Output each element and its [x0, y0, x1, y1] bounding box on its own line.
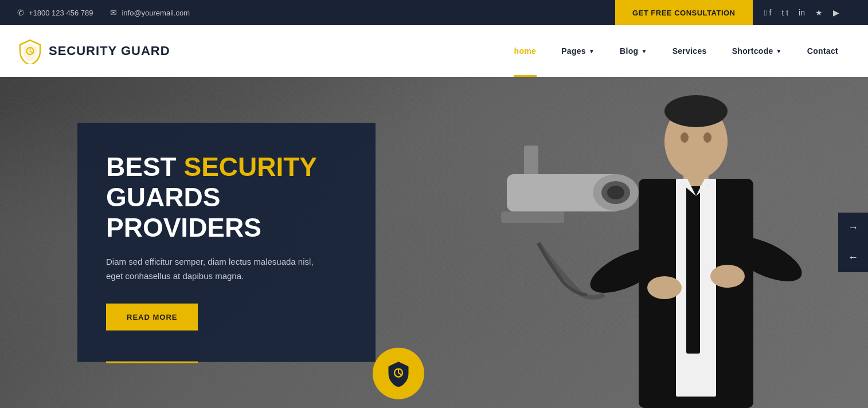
- email-icon: ✉: [110, 8, 117, 17]
- hero-title-highlight: SECURITY: [183, 152, 317, 182]
- email-contact: ✉ info@youremail.com: [110, 8, 190, 17]
- nav-item-shortcode[interactable]: Shortcode ▼: [720, 25, 795, 77]
- svg-point-16: [664, 95, 728, 127]
- consultation-button[interactable]: GET FREE CONSULTATION: [615, 0, 753, 25]
- logo[interactable]: SECURITY GUARD: [17, 38, 170, 64]
- svg-point-19: [703, 132, 711, 143]
- social-icons-group:  f t t in ★ ▶: [753, 8, 851, 17]
- nav-item-services[interactable]: Services: [660, 25, 720, 77]
- chevron-down-icon: ▼: [589, 48, 595, 54]
- read-more-button[interactable]: READ MORE: [106, 303, 198, 330]
- facebook-icon[interactable]:  f: [764, 8, 772, 17]
- prev-slide-button[interactable]: ←: [838, 242, 868, 272]
- hero-title-part1: BEST: [106, 152, 183, 182]
- svg-point-14: [710, 265, 745, 288]
- next-slide-button[interactable]: →: [838, 213, 868, 242]
- email-address: info@youremail.com: [122, 9, 190, 17]
- top-bar: ✆ +1800 123 456 789 ✉ info@youremail.com…: [0, 0, 868, 25]
- nav-menu: home Pages ▼ Blog ▼ Services Shortcode ▼…: [205, 25, 851, 77]
- youtube-icon[interactable]: ▶: [833, 8, 839, 17]
- rss-icon[interactable]: ★: [815, 8, 823, 17]
- svg-rect-10: [686, 182, 700, 354]
- nav-item-blog[interactable]: Blog ▼: [607, 25, 660, 77]
- hero-description: Diam sed efficitur semper, diam lectus m…: [106, 254, 324, 283]
- hero-content-box: BEST SECURITY GUARDS PROVIDERS Diam sed …: [77, 123, 376, 362]
- arrow-right-icon: →: [848, 222, 858, 234]
- hero-box-decoration: [106, 361, 198, 363]
- twitter-icon[interactable]: t t: [781, 8, 788, 17]
- chevron-down-icon: ▼: [641, 48, 647, 54]
- phone-contact: ✆ +1800 123 456 789: [17, 8, 93, 17]
- nav-item-contact[interactable]: Contact: [795, 25, 851, 77]
- logo-text: SECURITY GUARD: [49, 44, 170, 58]
- guard-figure: [570, 87, 822, 408]
- linkedin-icon[interactable]: in: [799, 8, 805, 17]
- phone-icon: ✆: [17, 8, 24, 17]
- nav-item-pages[interactable]: Pages ▼: [549, 25, 607, 77]
- guard-svg: [570, 87, 822, 408]
- navbar: SECURITY GUARD home Pages ▼ Blog ▼ Servi…: [0, 25, 868, 77]
- phone-number: +1800 123 456 789: [29, 9, 93, 17]
- svg-point-18: [681, 132, 689, 143]
- svg-point-13: [647, 276, 682, 299]
- hero-section: BEST SECURITY GUARDS PROVIDERS Diam sed …: [0, 77, 868, 408]
- shield-badge-icon: [385, 360, 412, 386]
- top-bar-left: ✆ +1800 123 456 789 ✉ info@youremail.com: [17, 8, 615, 17]
- hero-title-part2: GUARDS PROVIDERS: [106, 182, 261, 242]
- hero-title: BEST SECURITY GUARDS PROVIDERS: [106, 152, 344, 243]
- logo-icon: [17, 38, 43, 64]
- chevron-down-icon: ▼: [776, 48, 782, 54]
- svg-rect-3: [501, 211, 564, 223]
- arrow-left-icon: ←: [848, 252, 858, 264]
- nav-item-home[interactable]: home: [502, 25, 549, 77]
